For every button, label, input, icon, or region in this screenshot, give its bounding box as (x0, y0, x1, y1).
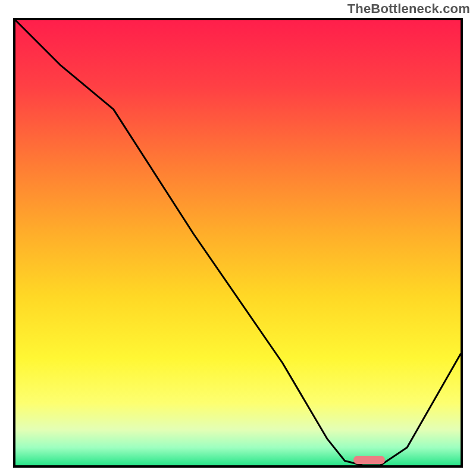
watermark-text: TheBottleneck.com (347, 1, 470, 17)
chart-line-plot (15, 20, 461, 465)
chart-frame (13, 18, 463, 468)
chart-highlight-marker (353, 456, 384, 464)
